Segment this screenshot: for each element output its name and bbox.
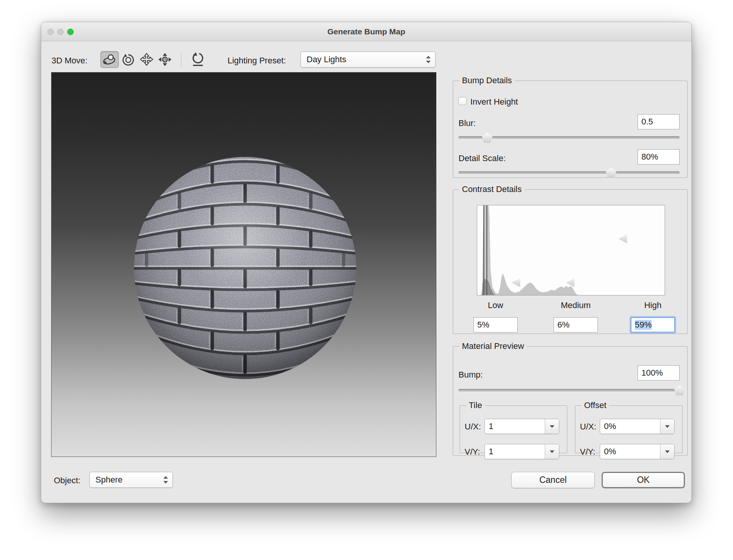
contrast-details-legend: Contrast Details: [459, 184, 525, 194]
ok-button[interactable]: OK: [602, 472, 685, 488]
tile-group: Tile U/X: 1 V/Y: 1: [460, 400, 567, 453]
orbit-camera-icon: [102, 53, 117, 66]
tile-legend: Tile: [466, 400, 485, 410]
lighting-preset-label: Lighting Preset:: [228, 56, 286, 66]
roll-tool-button[interactable]: [119, 51, 137, 68]
dropdown-arrow-icon[interactable]: [660, 444, 674, 459]
blur-slider-knob[interactable]: [481, 132, 493, 143]
roll-camera-icon: [121, 53, 136, 66]
reset-camera-icon: [190, 52, 206, 67]
material-preview-group: Material Preview Bump: 100% Tile U/X: 1 …: [453, 341, 688, 456]
tile-vy-label: V/Y:: [465, 447, 480, 457]
offset-legend: Offset: [581, 400, 609, 410]
tile-ux-combo[interactable]: 1: [484, 419, 559, 434]
contrast-histogram: [477, 205, 665, 295]
blur-value-field[interactable]: 0.5: [638, 114, 680, 129]
offset-ux-combo[interactable]: 0%: [600, 419, 675, 434]
offset-ux-label: U/X:: [580, 422, 596, 432]
medium-label: Medium: [554, 300, 598, 310]
lighting-preset-select[interactable]: Day Lights: [300, 52, 436, 68]
toolbar-divider: [181, 52, 181, 67]
blur-label: Blur:: [459, 118, 476, 128]
reset-view-button[interactable]: [189, 51, 207, 68]
offset-group: Offset U/X: 0% V/Y: 0%: [575, 400, 683, 453]
generate-bump-map-dialog: Generate Bump Map 3D Move:: [41, 22, 692, 503]
bump-value-field[interactable]: 100%: [638, 365, 680, 381]
move-tools-label: 3D Move:: [52, 56, 87, 66]
bump-slider[interactable]: [459, 385, 680, 395]
dropdown-arrow-icon[interactable]: [545, 444, 559, 459]
high-label: High: [631, 300, 675, 310]
detail-scale-slider[interactable]: [459, 168, 680, 178]
object-label: Object:: [54, 476, 81, 486]
invert-height-checkbox[interactable]: [459, 97, 467, 105]
lighting-preset-value: Day Lights: [307, 55, 346, 65]
object-value: Sphere: [95, 475, 123, 485]
bump-label: Bump:: [459, 370, 483, 380]
offset-vy-combo[interactable]: 0%: [600, 444, 675, 459]
invert-height-label: Invert Height: [470, 97, 518, 107]
pan-camera-icon: [139, 52, 155, 67]
pan-tool-button[interactable]: [137, 51, 156, 68]
material-preview-legend: Material Preview: [459, 341, 527, 351]
dropdown-arrow-icon[interactable]: [660, 419, 674, 434]
low-label: Low: [473, 300, 518, 310]
object-select[interactable]: Sphere: [89, 472, 173, 488]
settings-panel: Bump Details Invert Height Blur: 0.5 Det…: [453, 22, 688, 504]
tile-vy-combo[interactable]: 1: [484, 444, 559, 459]
high-value-field[interactable]: 59%: [631, 317, 675, 332]
up-down-arrows-icon: [163, 476, 168, 484]
bump-details-legend: Bump Details: [459, 76, 515, 86]
blur-slider[interactable]: [459, 132, 680, 142]
detail-scale-slider-track: [459, 171, 680, 174]
contrast-details-group: Contrast Details Low Medium High 5% 6%: [453, 184, 688, 334]
orbit-tool-button[interactable]: [100, 51, 119, 68]
tile-ux-label: U/X:: [465, 422, 481, 432]
preview-canvas[interactable]: [51, 72, 436, 457]
slide-camera-icon: [157, 52, 173, 67]
bump-details-group: Bump Details Invert Height Blur: 0.5 Det…: [453, 76, 688, 178]
offset-vy-label: V/Y:: [580, 447, 595, 457]
detail-scale-value-field[interactable]: 80%: [638, 149, 680, 165]
bump-slider-track: [459, 389, 680, 392]
medium-value-field[interactable]: 6%: [554, 317, 598, 332]
low-value-field[interactable]: 5%: [473, 317, 518, 332]
up-down-arrows-icon: [426, 55, 431, 64]
bump-slider-knob[interactable]: [674, 385, 685, 395]
brick-sphere-preview: [52, 73, 436, 457]
cancel-button[interactable]: Cancel: [511, 472, 595, 488]
detail-scale-slider-knob[interactable]: [605, 168, 617, 178]
slide-tool-button[interactable]: [156, 51, 174, 68]
dropdown-arrow-icon[interactable]: [545, 419, 559, 434]
detail-scale-label: Detail Scale:: [459, 153, 506, 163]
